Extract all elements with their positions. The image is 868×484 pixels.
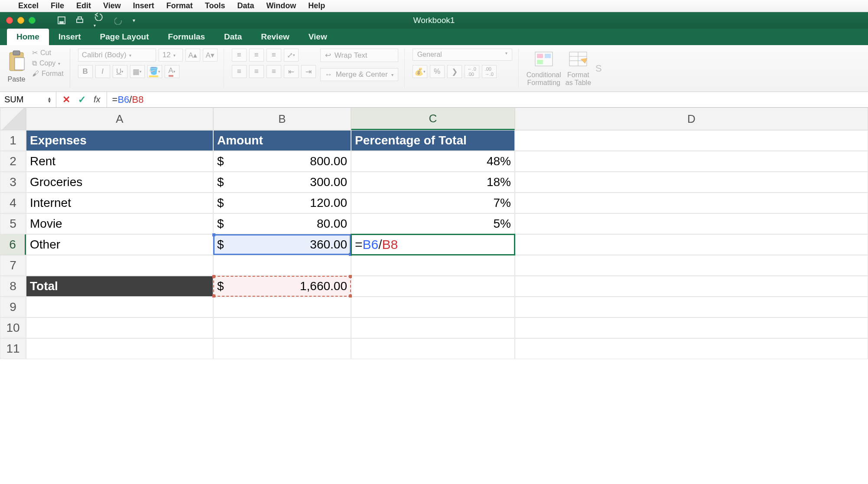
cell-C6[interactable]: =B6/B8 bbox=[351, 234, 515, 255]
cell-C1[interactable]: Percentage of Total bbox=[351, 130, 515, 151]
row-header-1[interactable]: 1 bbox=[0, 130, 26, 151]
app-name[interactable]: Excel bbox=[18, 1, 39, 10]
cell-C7[interactable] bbox=[351, 255, 515, 276]
menu-insert[interactable]: Insert bbox=[133, 1, 154, 10]
spreadsheet-grid[interactable]: A B C D 1 Expenses Amount Percentage of … bbox=[0, 108, 868, 359]
name-box[interactable]: SUM ▲▼ bbox=[0, 92, 56, 107]
cell-D3[interactable] bbox=[515, 172, 868, 193]
format-as-table-button[interactable]: Format as Table bbox=[566, 49, 591, 87]
cell-B11[interactable] bbox=[213, 338, 351, 359]
conditional-formatting-button[interactable]: Conditional Formatting bbox=[527, 49, 561, 87]
cell-D7[interactable] bbox=[515, 255, 868, 276]
formula-input[interactable]: =B6/B8 bbox=[107, 94, 149, 105]
tab-insert[interactable]: Insert bbox=[49, 29, 91, 45]
row-header-2[interactable]: 2 bbox=[0, 151, 26, 172]
cell-D1[interactable] bbox=[515, 130, 868, 151]
row-header-7[interactable]: 7 bbox=[0, 255, 26, 276]
cell-C11[interactable] bbox=[351, 338, 515, 359]
cell-C10[interactable] bbox=[351, 317, 515, 338]
tab-formulas[interactable]: Formulas bbox=[159, 29, 215, 45]
row-header-8[interactable]: 8 bbox=[0, 276, 26, 297]
tab-page-layout[interactable]: Page Layout bbox=[91, 29, 159, 45]
save-icon[interactable] bbox=[57, 16, 66, 25]
font-size-select[interactable]: 12▾ bbox=[159, 49, 183, 62]
align-left-icon[interactable]: ≡ bbox=[232, 65, 247, 78]
cell-A1[interactable]: Expenses bbox=[26, 130, 213, 151]
border-button[interactable]: ▦▾ bbox=[130, 65, 145, 78]
col-header-D[interactable]: D bbox=[515, 108, 868, 130]
menu-help[interactable]: Help bbox=[308, 1, 325, 10]
comma-format-icon[interactable]: ❯ bbox=[447, 65, 462, 78]
menu-edit[interactable]: Edit bbox=[76, 1, 91, 10]
row-header-9[interactable]: 9 bbox=[0, 297, 26, 317]
tab-view[interactable]: View bbox=[299, 29, 337, 45]
align-top-icon[interactable]: ≡ bbox=[232, 49, 247, 62]
insert-function-icon[interactable]: fx bbox=[94, 95, 101, 105]
tab-home[interactable]: Home bbox=[7, 29, 49, 45]
italic-button[interactable]: I bbox=[95, 65, 110, 78]
cell-A7[interactable] bbox=[26, 255, 213, 276]
accounting-format-icon[interactable]: 💰▾ bbox=[413, 65, 427, 78]
zoom-window-button[interactable] bbox=[29, 17, 36, 24]
select-all-corner[interactable] bbox=[0, 108, 26, 130]
increase-decimal-icon[interactable]: ←.0.00 bbox=[465, 65, 479, 78]
increase-indent-icon[interactable]: ⇥ bbox=[301, 65, 316, 78]
format-painter-button[interactable]: 🖌Format bbox=[32, 70, 64, 78]
decrease-font-icon[interactable]: A▾ bbox=[203, 49, 218, 62]
cell-D9[interactable] bbox=[515, 297, 868, 317]
cell-A4[interactable]: Internet bbox=[26, 193, 213, 213]
undo-icon[interactable]: ▾ bbox=[94, 12, 105, 29]
menu-view[interactable]: View bbox=[103, 1, 121, 10]
row-header-4[interactable]: 4 bbox=[0, 193, 26, 213]
row-header-10[interactable]: 10 bbox=[0, 317, 26, 338]
cell-B10[interactable] bbox=[213, 317, 351, 338]
copy-button[interactable]: ⧉Copy ▾ bbox=[32, 59, 64, 67]
minimize-window-button[interactable] bbox=[17, 17, 24, 24]
cell-D10[interactable] bbox=[515, 317, 868, 338]
col-header-B[interactable]: B bbox=[213, 108, 351, 130]
cell-B9[interactable] bbox=[213, 297, 351, 317]
orientation-icon[interactable]: ⤢▾ bbox=[284, 49, 299, 62]
align-bottom-icon[interactable]: ≡ bbox=[267, 49, 281, 62]
row-header-3[interactable]: 3 bbox=[0, 172, 26, 193]
cell-C5[interactable]: 5% bbox=[351, 213, 515, 234]
cell-A3[interactable]: Groceries bbox=[26, 172, 213, 193]
merge-center-button[interactable]: ↔Merge & Center ▾ bbox=[320, 68, 398, 81]
cell-C8[interactable] bbox=[351, 276, 515, 297]
menu-file[interactable]: File bbox=[51, 1, 64, 10]
menu-tools[interactable]: Tools bbox=[205, 1, 225, 10]
col-header-C[interactable]: C bbox=[351, 108, 515, 130]
cell-B1[interactable]: Amount bbox=[213, 130, 351, 151]
wrap-text-button[interactable]: ↩Wrap Text bbox=[320, 49, 398, 62]
cut-button[interactable]: ✂Cut bbox=[32, 49, 64, 57]
tab-review[interactable]: Review bbox=[251, 29, 299, 45]
cell-B4[interactable]: $120.00 bbox=[213, 193, 351, 213]
percent-format-icon[interactable]: % bbox=[430, 65, 445, 78]
redo-icon[interactable] bbox=[114, 16, 123, 25]
cell-D5[interactable] bbox=[515, 213, 868, 234]
cell-A8[interactable]: Total bbox=[26, 276, 213, 297]
menu-window[interactable]: Window bbox=[267, 1, 296, 10]
enter-formula-icon[interactable]: ✓ bbox=[78, 94, 86, 105]
bold-button[interactable]: B bbox=[78, 65, 93, 78]
cell-A11[interactable] bbox=[26, 338, 213, 359]
cell-A2[interactable]: Rent bbox=[26, 151, 213, 172]
row-header-11[interactable]: 11 bbox=[0, 338, 26, 359]
cell-B6[interactable]: $360.00 bbox=[213, 234, 351, 255]
menu-format[interactable]: Format bbox=[166, 1, 193, 10]
cell-B3[interactable]: $300.00 bbox=[213, 172, 351, 193]
align-center-icon[interactable]: ≡ bbox=[249, 65, 264, 78]
cell-C3[interactable]: 18% bbox=[351, 172, 515, 193]
font-name-select[interactable]: Calibri (Body)▾ bbox=[78, 49, 156, 62]
cell-C9[interactable] bbox=[351, 297, 515, 317]
cell-B2[interactable]: $800.00 bbox=[213, 151, 351, 172]
row-header-6[interactable]: 6 bbox=[0, 234, 26, 255]
fill-color-button[interactable]: 🪣▾ bbox=[147, 65, 162, 78]
cell-C4[interactable]: 7% bbox=[351, 193, 515, 213]
cell-B5[interactable]: $80.00 bbox=[213, 213, 351, 234]
align-middle-icon[interactable]: ≡ bbox=[249, 49, 264, 62]
font-color-button[interactable]: A▾ bbox=[165, 65, 179, 78]
qat-customize-icon[interactable]: ▾ bbox=[133, 17, 135, 23]
underline-button[interactable]: U▾ bbox=[113, 65, 127, 78]
row-header-5[interactable]: 5 bbox=[0, 213, 26, 234]
